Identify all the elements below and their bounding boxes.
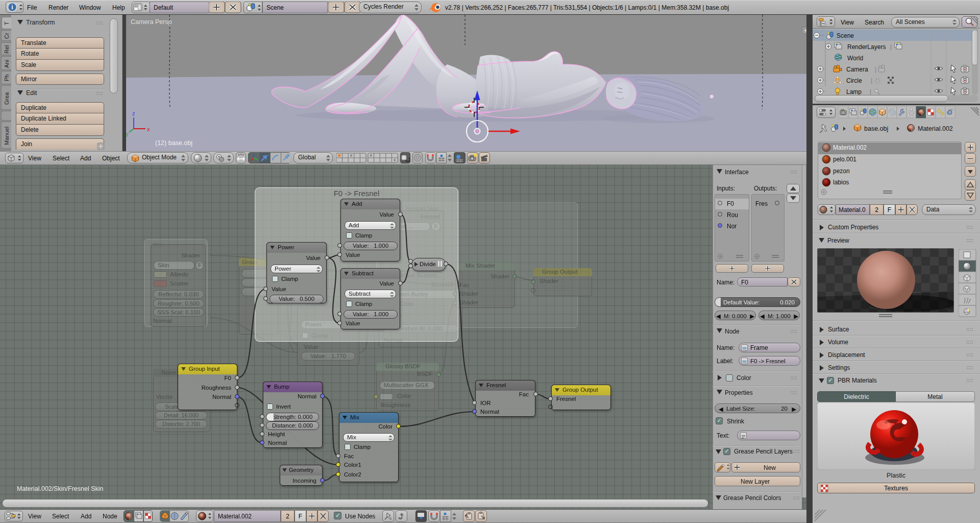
svg-text:|: | [890, 43, 892, 51]
svg-text:base.obj: base.obj [864, 125, 888, 132]
svg-text:|: | [871, 77, 872, 84]
svg-text:Ani: Ani [4, 60, 10, 68]
svg-text:|: | [870, 88, 871, 96]
svg-text:World: World [847, 55, 863, 62]
svg-text:Camera Persp: Camera Persp [131, 18, 172, 26]
svg-text:Rel: Rel [4, 45, 10, 54]
svg-text:y: y [126, 131, 129, 137]
svg-text:Camera: Camera [846, 66, 868, 73]
svg-text:RenderLayers: RenderLayers [847, 43, 886, 51]
svg-text:pezon: pezon [833, 168, 850, 175]
svg-text:T: T [4, 21, 10, 25]
svg-text:Manuel: Manuel [4, 127, 10, 145]
svg-text:x: x [147, 126, 150, 132]
svg-text:Cr: Cr [4, 33, 10, 39]
svg-text:z: z [132, 110, 135, 116]
svg-text:pelo.001: pelo.001 [833, 156, 856, 163]
svg-text:Material.002: Material.002 [833, 144, 867, 151]
svg-text:Circle: Circle [846, 77, 862, 84]
svg-text:(12) base.obj: (12) base.obj [155, 139, 192, 147]
svg-text:Ph: Ph [4, 75, 10, 81]
svg-text:Scene: Scene [837, 32, 854, 39]
svg-text:labios: labios [833, 179, 849, 186]
svg-text:Material.002: Material.002 [918, 125, 953, 132]
svg-text:Lamp: Lamp [846, 88, 862, 96]
svg-text:Grea: Grea [4, 92, 10, 105]
svg-text:|: | [875, 66, 876, 73]
